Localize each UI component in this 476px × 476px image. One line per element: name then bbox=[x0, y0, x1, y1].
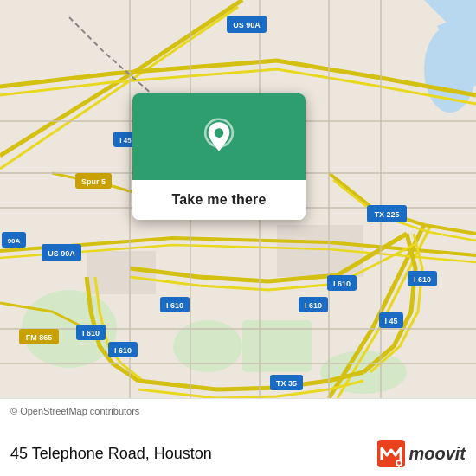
svg-text:I 610: I 610 bbox=[414, 275, 431, 284]
svg-rect-5 bbox=[242, 320, 312, 372]
svg-text:I 610: I 610 bbox=[166, 301, 183, 310]
osm-attribution: © OpenStreetMap contributors bbox=[10, 406, 466, 416]
svg-text:FM 865: FM 865 bbox=[26, 333, 53, 342]
svg-text:I 610: I 610 bbox=[333, 280, 351, 288]
svg-text:US 90A: US 90A bbox=[233, 21, 261, 29]
bottom-bar: © OpenStreetMap contributors 45 Telephon… bbox=[0, 398, 476, 476]
svg-point-4 bbox=[173, 320, 242, 372]
location-pin-icon bbox=[200, 118, 238, 156]
take-me-there-button[interactable]: Take me there bbox=[132, 180, 306, 220]
svg-text:TX 225: TX 225 bbox=[374, 210, 399, 219]
svg-text:TX 35: TX 35 bbox=[276, 379, 297, 388]
svg-point-43 bbox=[397, 461, 401, 465]
svg-text:Spur 5: Spur 5 bbox=[81, 177, 106, 186]
svg-point-40 bbox=[215, 128, 224, 138]
popup-card: Take me there bbox=[132, 93, 306, 220]
svg-text:US 90A: US 90A bbox=[48, 249, 75, 258]
svg-text:I 610: I 610 bbox=[114, 346, 132, 355]
location-text: 45 Telephone Road, Houston bbox=[10, 445, 212, 463]
svg-text:I 610: I 610 bbox=[305, 301, 322, 310]
location-row: 45 Telephone Road, Houston moovit bbox=[10, 440, 466, 467]
svg-text:I 45: I 45 bbox=[119, 137, 132, 145]
moovit-logo: moovit bbox=[377, 440, 466, 467]
moovit-icon bbox=[377, 440, 405, 467]
map-container: US 90A I 45 Spur 5 US 90A 90A TX 225 I 6… bbox=[0, 0, 476, 398]
moovit-text: moovit bbox=[408, 444, 466, 464]
svg-text:90A: 90A bbox=[8, 237, 21, 245]
popup-header bbox=[132, 93, 306, 180]
svg-text:I 45: I 45 bbox=[384, 317, 397, 325]
svg-text:I 610: I 610 bbox=[82, 329, 100, 338]
